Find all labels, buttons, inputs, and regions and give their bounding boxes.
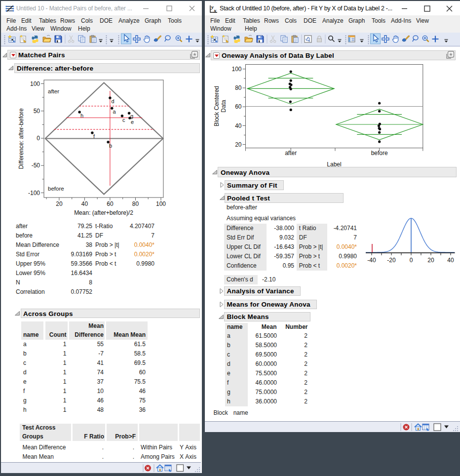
svg-text:h: h [80,113,83,119]
svg-text:Difference: after-before: Difference: after-before [18,108,25,169]
svg-text:Mean: (after+before)/2: Mean: (after+before)/2 [74,209,133,216]
svg-text:-50: -50 [32,162,40,169]
svg-text:20: 20 [427,257,434,264]
svg-text:y: y [210,4,214,10]
svg-text:a: a [113,109,116,115]
svg-text:c: c [122,117,125,123]
svg-text:-40: -40 [367,257,376,264]
svg-text:20: 20 [56,200,63,207]
svg-text:Block Centered: Block Centered [213,86,220,126]
svg-text:after: after [48,88,59,94]
svg-text:x: x [213,7,217,13]
svg-text:before: before [371,150,388,157]
svg-text:80: 80 [132,200,139,207]
svg-text:-20: -20 [387,257,396,264]
svg-text:50: 50 [34,108,40,115]
svg-text:after: after [285,150,297,157]
svg-text:b: b [109,143,112,149]
svg-text:100: 100 [30,80,40,87]
svg-text:100: 100 [231,66,241,73]
svg-text:60: 60 [235,103,242,110]
svg-text:e: e [131,119,134,125]
svg-text:Data: Data [220,100,227,113]
svg-text:20: 20 [235,141,242,148]
svg-text:100: 100 [156,200,166,207]
svg-text:0: 0 [410,257,413,264]
svg-text:80: 80 [235,84,242,91]
svg-text:-100: -100 [28,190,40,197]
svg-text:0: 0 [37,135,40,142]
svg-text:40: 40 [447,257,454,264]
svg-text:60: 60 [107,200,114,207]
svg-text:before: before [48,186,64,192]
svg-text:40: 40 [235,122,242,129]
svg-text:40: 40 [81,200,88,207]
svg-text:d: d [112,98,115,104]
